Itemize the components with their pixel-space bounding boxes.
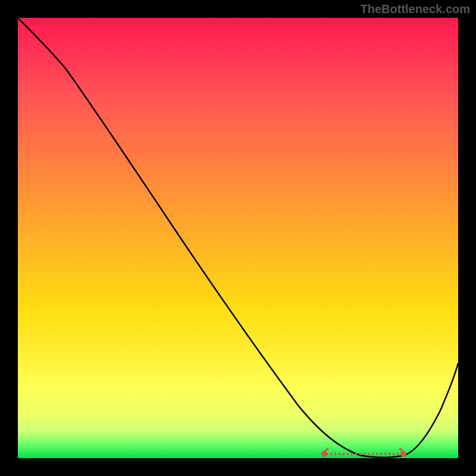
chart-svg <box>18 18 458 458</box>
chart-plot-area <box>18 18 458 458</box>
watermark-text: TheBottleneck.com <box>361 2 470 16</box>
bottleneck-curve-path <box>18 18 458 458</box>
